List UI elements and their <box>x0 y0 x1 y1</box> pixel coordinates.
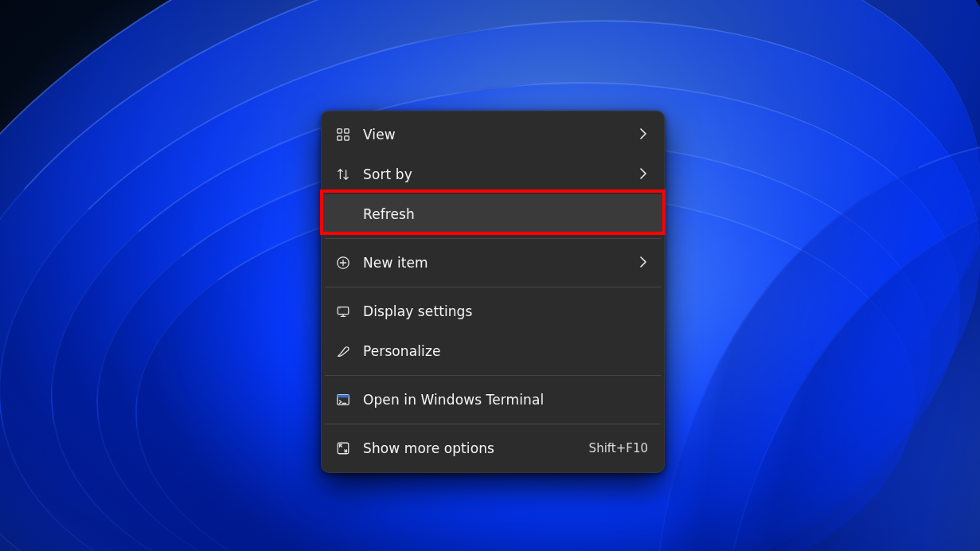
svg-rect-8 <box>338 395 349 398</box>
svg-rect-2 <box>338 136 342 140</box>
menu-label: New item <box>363 255 428 271</box>
menu-label: Sort by <box>363 166 412 182</box>
menu-item-sort-by[interactable]: Sort by <box>322 154 664 194</box>
menu-item-refresh[interactable]: Refresh <box>322 194 664 234</box>
display-icon <box>336 304 363 318</box>
menu-separator <box>325 287 661 287</box>
svg-rect-1 <box>345 129 349 133</box>
chevron-right-icon <box>640 127 646 143</box>
menu-separator <box>325 238 661 239</box>
desktop-context-menu: View Sort by Refresh Ne <box>321 111 665 473</box>
menu-separator <box>325 375 661 376</box>
svg-rect-3 <box>345 136 349 140</box>
grid-icon <box>336 127 363 142</box>
menu-label: Open in Windows Terminal <box>363 392 544 408</box>
desktop-wallpaper[interactable]: View Sort by Refresh Ne <box>0 0 980 551</box>
svg-rect-0 <box>338 129 342 133</box>
sort-icon <box>336 167 363 182</box>
menu-item-view[interactable]: View <box>322 115 664 154</box>
menu-separator <box>325 424 661 424</box>
chevron-right-icon <box>640 256 646 271</box>
menu-shortcut: Shift+F10 <box>589 441 648 455</box>
paint-brush-icon <box>336 344 363 358</box>
menu-label: Show more options <box>363 440 494 456</box>
menu-label: Refresh <box>363 206 415 222</box>
plus-circle-icon <box>336 256 363 270</box>
menu-label: View <box>363 127 396 143</box>
menu-item-open-terminal[interactable]: Open in Windows Terminal <box>322 380 664 420</box>
expand-icon <box>336 441 363 455</box>
menu-item-personalize[interactable]: Personalize <box>322 331 664 371</box>
terminal-icon <box>336 393 363 407</box>
menu-item-display-settings[interactable]: Display settings <box>322 291 664 331</box>
menu-label: Personalize <box>363 343 440 359</box>
svg-point-6 <box>339 307 341 309</box>
menu-item-show-more-options[interactable]: Show more options Shift+F10 <box>322 428 664 468</box>
chevron-right-icon <box>640 167 646 182</box>
menu-item-new-item[interactable]: New item <box>322 243 664 283</box>
menu-label: Display settings <box>363 303 472 319</box>
